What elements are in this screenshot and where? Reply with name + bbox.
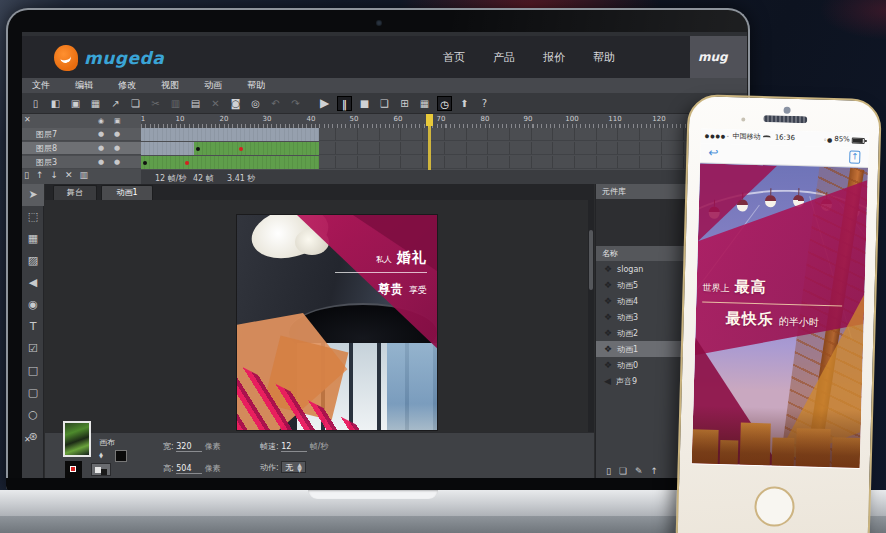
animation-icon: ❖ bbox=[604, 360, 612, 370]
layer-row-selected[interactable]: 图层8 ● ● bbox=[22, 142, 141, 155]
layer-up-icon[interactable]: ↑ bbox=[36, 170, 44, 180]
duplicate-layer-icon[interactable]: ▥ bbox=[80, 170, 89, 180]
lock-column-icon[interactable]: ▣ bbox=[114, 117, 121, 125]
stop-icon[interactable]: ■ bbox=[357, 96, 372, 111]
copy-icon[interactable]: ▥ bbox=[168, 96, 183, 111]
lock-icon[interactable]: ● bbox=[114, 142, 120, 155]
redo-icon[interactable]: ↷ bbox=[288, 96, 303, 111]
action-dropdown[interactable]: 无 ▲▼ bbox=[281, 461, 306, 473]
frames-track-layer3[interactable] bbox=[141, 156, 747, 169]
pause-icon[interactable]: ‖ bbox=[337, 96, 352, 111]
eye-icon[interactable]: ● bbox=[98, 156, 104, 169]
eye-icon[interactable]: ● bbox=[98, 142, 104, 155]
select-tool-icon[interactable]: ➤ bbox=[22, 184, 44, 206]
tween-span[interactable] bbox=[141, 128, 319, 141]
color-well[interactable] bbox=[65, 461, 82, 478]
keyframe-span[interactable] bbox=[141, 156, 319, 169]
menu-file[interactable]: 文件 bbox=[32, 79, 50, 92]
clock-icon[interactable]: ◷ bbox=[437, 96, 452, 111]
lock-icon[interactable]: ◙ bbox=[228, 96, 243, 111]
cut-icon[interactable]: ✂ bbox=[148, 96, 163, 111]
ad-preview-view[interactable]: 世界上 最高 最快乐 的半小时 bbox=[692, 163, 868, 468]
export-icon[interactable]: ↗ bbox=[108, 96, 123, 111]
nav-item-home[interactable]: 首页 bbox=[443, 50, 465, 65]
mugeda-logo[interactable]: mugeda bbox=[54, 44, 164, 72]
ellipse-tool-icon[interactable]: ○ bbox=[22, 404, 44, 426]
timeline-ruler[interactable]: 1 10 20 30 40 50 60 70 80 90 100 110 120… bbox=[141, 114, 747, 128]
keyframe-dot-red[interactable] bbox=[185, 161, 189, 165]
playhead[interactable] bbox=[428, 114, 431, 170]
nav-user-label[interactable]: mug bbox=[690, 36, 747, 78]
tab-animation1[interactable]: 动画1 bbox=[101, 185, 153, 200]
menu-animation[interactable]: 动画 bbox=[204, 79, 222, 92]
library-copy-icon[interactable]: ❏ bbox=[619, 466, 627, 476]
tween-span[interactable] bbox=[141, 142, 194, 155]
play-icon[interactable]: ▶ bbox=[317, 96, 332, 111]
frames-track-layer7[interactable] bbox=[141, 128, 747, 141]
image-tool-icon[interactable]: ▨ bbox=[22, 250, 44, 272]
share-icon[interactable]: ↑ bbox=[849, 151, 860, 164]
eye-column-icon[interactable]: ◉ bbox=[98, 117, 104, 125]
stage-canvas[interactable]: 私人 婚礼 尊贵 享受 bbox=[45, 200, 594, 432]
help-icon[interactable]: ? bbox=[477, 96, 492, 111]
lock-icon[interactable]: ● bbox=[114, 156, 120, 169]
delete-layer-icon[interactable]: ✕ bbox=[65, 170, 73, 180]
unlock-icon[interactable]: ◎ bbox=[248, 96, 263, 111]
layer-row[interactable]: 图层3 ● ● bbox=[22, 156, 141, 169]
element-thumbnail[interactable] bbox=[63, 421, 91, 457]
menu-edit[interactable]: 编辑 bbox=[75, 79, 93, 92]
eye-icon[interactable]: ● bbox=[98, 128, 104, 141]
new-layer-icon[interactable]: ▯ bbox=[24, 170, 29, 180]
frames-icon[interactable]: ▦ bbox=[417, 96, 432, 111]
clone-icon[interactable]: ❏ bbox=[128, 96, 143, 111]
close-icon[interactable]: ✕ bbox=[24, 115, 31, 124]
paint-bucket-icon[interactable]: ⬧ bbox=[99, 450, 103, 461]
rect-tool-icon[interactable]: □ bbox=[22, 360, 44, 382]
delete-icon[interactable]: ✕ bbox=[208, 96, 223, 111]
home-button[interactable] bbox=[754, 486, 795, 527]
menu-modify[interactable]: 修改 bbox=[118, 79, 136, 92]
tab-stage[interactable]: 舞台 bbox=[53, 185, 97, 200]
fps-input[interactable]: 12 bbox=[281, 442, 307, 452]
close-icon[interactable]: ✕ bbox=[24, 435, 31, 444]
fill-color-swatch[interactable] bbox=[115, 450, 127, 462]
nav-item-help[interactable]: 帮助 bbox=[593, 50, 615, 65]
poster-artwork[interactable]: 私人 婚礼 尊贵 享受 bbox=[237, 215, 437, 430]
audio-tool-icon[interactable]: ◀ bbox=[22, 272, 44, 294]
keyframe-span[interactable] bbox=[194, 142, 319, 155]
publish-icon[interactable]: ⬆ bbox=[457, 96, 472, 111]
width-input[interactable]: 320 bbox=[176, 442, 202, 452]
canvas-scrollbar[interactable] bbox=[588, 200, 594, 432]
background-swatch-button[interactable] bbox=[91, 463, 111, 476]
paste-icon[interactable]: ▤ bbox=[188, 96, 203, 111]
menu-view[interactable]: 视图 bbox=[161, 79, 179, 92]
preview-icon[interactable]: ⊞ bbox=[397, 96, 412, 111]
library-rename-icon[interactable]: ✎ bbox=[635, 466, 643, 476]
text-tool-icon[interactable]: T bbox=[22, 316, 44, 338]
undo-icon[interactable]: ↶ bbox=[268, 96, 283, 111]
rounded-rect-tool-icon[interactable]: ▢ bbox=[22, 382, 44, 404]
grid-tool-icon[interactable]: ▦ bbox=[22, 228, 44, 250]
library-new-icon[interactable]: ▯ bbox=[606, 466, 611, 476]
frames-track-layer8[interactable] bbox=[141, 142, 747, 155]
new-icon[interactable]: ▯ bbox=[28, 96, 43, 111]
layer-row[interactable]: 图层7 ● ● bbox=[22, 128, 141, 141]
video-tool-icon[interactable]: ◉ bbox=[22, 294, 44, 316]
back-icon[interactable]: ↩ bbox=[708, 146, 718, 160]
library-import-icon[interactable]: ↑ bbox=[651, 466, 659, 476]
comment-icon[interactable]: ❑ bbox=[377, 96, 392, 111]
grid-icon[interactable]: ▦ bbox=[88, 96, 103, 111]
keyframe-dot-red[interactable] bbox=[239, 147, 243, 151]
menu-help[interactable]: 帮助 bbox=[247, 79, 265, 92]
layer-down-icon[interactable]: ↓ bbox=[51, 170, 59, 180]
keyframe-dot[interactable] bbox=[143, 161, 147, 165]
lock-icon[interactable]: ● bbox=[114, 128, 120, 141]
height-input[interactable]: 504 bbox=[176, 464, 202, 474]
save-icon[interactable]: ▣ bbox=[68, 96, 83, 111]
keyframe-dot[interactable] bbox=[196, 147, 200, 151]
marquee-tool-icon[interactable]: ⬚ bbox=[22, 206, 44, 228]
nav-item-products[interactable]: 产品 bbox=[493, 50, 515, 65]
import-icon[interactable]: ◧ bbox=[48, 96, 63, 111]
form-tool-icon[interactable]: ☑ bbox=[22, 338, 44, 360]
nav-item-pricing[interactable]: 报价 bbox=[543, 50, 565, 65]
